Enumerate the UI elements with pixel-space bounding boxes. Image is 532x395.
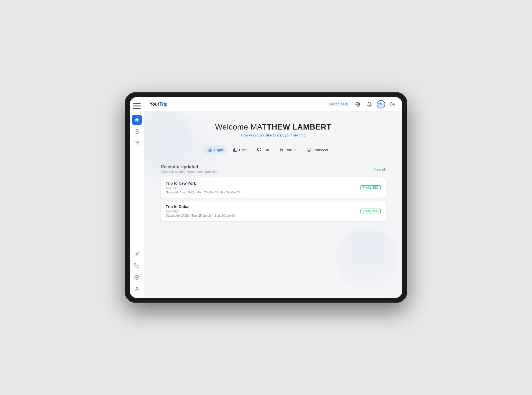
user-avatar[interactable]: ML bbox=[377, 100, 385, 108]
menu-icon[interactable] bbox=[132, 101, 142, 111]
trip-cards-list: Trip to New York 16469389 New York, Usa … bbox=[161, 177, 386, 221]
sidebar-item-user[interactable] bbox=[132, 284, 142, 294]
tab-flight[interactable]: Flight bbox=[204, 145, 227, 154]
recently-updated-section: Recently Updated Continue building and e… bbox=[161, 164, 386, 221]
trip-info-0: Trip to New York 16469389 New York, Usa … bbox=[166, 181, 241, 194]
bell-icon[interactable] bbox=[365, 100, 374, 108]
trip-status-0: FINALIZED bbox=[360, 185, 381, 190]
svg-rect-21 bbox=[307, 148, 311, 151]
svg-point-11 bbox=[136, 287, 138, 289]
trip-id-0: 16469389 bbox=[166, 186, 241, 190]
trip-card-0[interactable]: Trip to New York 16469389 New York, Usa … bbox=[161, 177, 386, 198]
trip-card-1[interactable]: Trip to Dubai 16469824 Dubai, Are (DXB) … bbox=[161, 201, 386, 221]
svg-point-10 bbox=[136, 277, 137, 278]
switch-back-button[interactable]: Switch back bbox=[327, 101, 350, 107]
svg-point-20 bbox=[282, 150, 282, 151]
sidebar-item-settings[interactable] bbox=[132, 272, 142, 282]
tab-hotel[interactable]: Hotel bbox=[229, 145, 252, 154]
svg-point-16 bbox=[258, 150, 259, 151]
top-nav: YourTrip Switch back bbox=[144, 97, 402, 112]
trip-status-1: FINALIZED bbox=[360, 209, 381, 213]
trip-info-1: Trip to Dubai 16469824 Dubai, Are (DXB) … bbox=[166, 204, 235, 217]
section-title: Recently Updated bbox=[161, 164, 218, 169]
welcome-section: Welcome MATTHEW LAMBERT How would you li… bbox=[161, 123, 386, 137]
tablet-shell: YourTrip Switch back bbox=[125, 92, 407, 303]
sidebar-item-add[interactable] bbox=[132, 126, 142, 136]
globe-icon[interactable] bbox=[354, 100, 362, 108]
trip-details-1: Dubai, Are (DXB) · Tue, 25 Jun 24 - Sun,… bbox=[166, 214, 235, 217]
view-all-button[interactable]: View all bbox=[373, 167, 386, 171]
tab-transport[interactable]: Transport bbox=[302, 145, 332, 154]
sidebar-item-home[interactable] bbox=[132, 115, 142, 125]
bg-decoration-2 bbox=[336, 229, 397, 290]
service-tabs: Flight Hotel bbox=[161, 145, 386, 155]
trip-name-1: Trip to Dubai bbox=[166, 204, 235, 209]
section-title-group: Recently Updated Continue building and e… bbox=[161, 164, 218, 174]
trip-id-1: 16469824 bbox=[166, 210, 235, 213]
main-content: YourTrip Switch back bbox=[144, 97, 402, 298]
page-body: Welcome MATTHEW LAMBERT How would you li… bbox=[144, 112, 402, 298]
tablet-screen: YourTrip Switch back bbox=[130, 97, 402, 298]
svg-point-17 bbox=[260, 150, 261, 151]
section-header: Recently Updated Continue building and e… bbox=[161, 164, 386, 174]
app-logo: YourTrip bbox=[150, 102, 168, 107]
nav-actions: Switch back ML bbox=[327, 100, 397, 108]
sidebar bbox=[130, 97, 144, 298]
welcome-title: Welcome MATTHEW LAMBERT bbox=[161, 123, 386, 131]
section-subtitle: Continue building and editing your trips bbox=[161, 170, 218, 174]
sidebar-item-link[interactable] bbox=[132, 249, 142, 259]
trip-details-0: New York, Usa (JFK) · Mon, 20 May 24 - F… bbox=[166, 191, 241, 194]
trip-name-0: Trip to New York bbox=[166, 181, 241, 186]
svg-point-19 bbox=[281, 150, 281, 151]
sidebar-item-list[interactable] bbox=[132, 138, 142, 148]
tab-car[interactable]: Car bbox=[253, 145, 274, 154]
tab-rail[interactable]: Rail bbox=[275, 145, 301, 154]
more-tabs-button[interactable]: ··· bbox=[334, 145, 343, 155]
sidebar-bottom bbox=[132, 249, 142, 294]
logout-icon[interactable] bbox=[388, 100, 397, 108]
svg-rect-15 bbox=[233, 149, 237, 151]
welcome-subtitle: How would you like to start your next tr… bbox=[161, 133, 386, 137]
sidebar-item-phone[interactable] bbox=[132, 261, 142, 271]
